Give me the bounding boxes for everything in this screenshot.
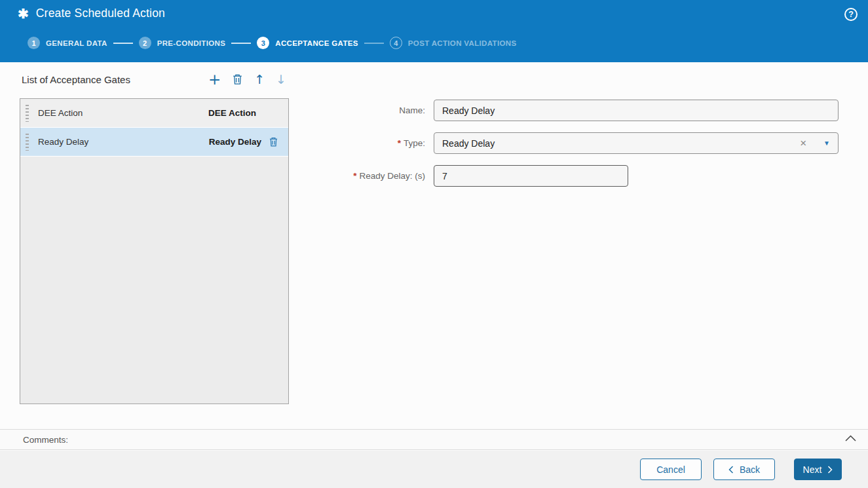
dialog-header: ✱ Create Scheduled Action ? 1 GENERAL DA… [0, 0, 868, 62]
step-label: GENERAL DATA [46, 39, 107, 47]
field-label: Name: [399, 105, 425, 115]
step-number: 3 [257, 37, 269, 49]
title-row: ✱ Create Scheduled Action [18, 7, 165, 20]
chevron-up-icon [845, 435, 856, 441]
dropdown-value: Ready Delay [442, 138, 800, 149]
wizard-stepper: 1 GENERAL DATA 2 PRE-CONDITIONS 3 ACCEPT… [28, 37, 516, 49]
ready-delay-input[interactable] [434, 165, 628, 187]
drag-handle-icon[interactable] [26, 105, 29, 122]
list-item-ready-delay[interactable]: Ready Delay Ready Delay [20, 128, 288, 157]
gate-type: Ready Delay [209, 137, 261, 147]
comments-bar: Comments: [0, 429, 868, 450]
chevron-right-icon [827, 466, 833, 474]
step-label: PRE-CONDITIONS [157, 39, 226, 47]
collapse-comments-button[interactable] [845, 435, 856, 441]
step-number: 1 [28, 37, 40, 49]
list-title: List of Acceptance Gates [22, 74, 130, 85]
required-asterisk: * [398, 138, 401, 148]
move-down-button[interactable]: ↓ [276, 72, 286, 86]
step-label: ACCEPTANCE GATES [275, 39, 358, 47]
clear-icon[interactable]: × [800, 138, 806, 149]
dialog-footer: Cancel Back Next [0, 451, 868, 488]
step-post-action-validations[interactable]: 4 POST ACTION VALIDATIONS [390, 37, 517, 49]
step-connector [231, 43, 251, 44]
page-title: Create Scheduled Action [36, 7, 165, 20]
field-label: Type: [404, 138, 425, 148]
step-label: POST ACTION VALIDATIONS [408, 39, 517, 47]
acceptance-gates-list: DEE Action DEE Action Ready Delay Ready … [20, 98, 289, 404]
button-label: Next [803, 464, 822, 475]
step-connector [364, 43, 384, 44]
list-toolbar: + ↑ ↓ [208, 72, 286, 86]
step-number: 4 [390, 37, 402, 49]
ready-delay-field-row: *Ready Delay: (s) [301, 165, 628, 187]
chevron-left-icon [728, 466, 734, 474]
step-pre-conditions[interactable]: 2 PRE-CONDITIONS [139, 37, 226, 49]
type-label: *Type: [301, 138, 434, 148]
required-asterisk: * [353, 171, 356, 181]
trash-icon [232, 73, 243, 85]
button-label: Back [740, 464, 760, 475]
type-dropdown[interactable]: Ready Delay × ▼ [434, 132, 839, 154]
name-label: Name: [301, 105, 434, 115]
delete-gate-button[interactable] [232, 73, 243, 85]
asterisk-icon: ✱ [18, 7, 29, 20]
ready-delay-label: *Ready Delay: (s) [301, 171, 434, 181]
list-header: List of Acceptance Gates + ↑ ↓ [22, 72, 289, 86]
step-connector [113, 43, 133, 44]
move-up-button[interactable]: ↑ [254, 72, 265, 86]
back-button[interactable]: Back [713, 459, 775, 480]
button-label: Cancel [656, 464, 685, 475]
delete-row-button[interactable] [269, 136, 278, 147]
trash-icon [269, 136, 278, 147]
step-number: 2 [139, 37, 151, 49]
drag-handle-icon[interactable] [26, 134, 29, 151]
add-gate-button[interactable]: + [208, 73, 221, 86]
comments-label: Comments: [23, 435, 68, 445]
name-input[interactable] [434, 100, 839, 121]
field-label: Ready Delay: (s) [359, 171, 425, 181]
type-field-row: *Type: Ready Delay × ▼ [301, 132, 839, 154]
step-general-data[interactable]: 1 GENERAL DATA [28, 37, 107, 49]
list-item-dee-action[interactable]: DEE Action DEE Action [20, 99, 288, 128]
next-button[interactable]: Next [794, 459, 842, 480]
gate-name: Ready Delay [38, 137, 209, 147]
gate-type: DEE Action [208, 108, 256, 118]
step-acceptance-gates[interactable]: 3 ACCEPTANCE GATES [257, 37, 358, 49]
chevron-down-icon[interactable]: ▼ [823, 140, 830, 147]
help-icon[interactable]: ? [844, 8, 858, 21]
cancel-button[interactable]: Cancel [640, 459, 702, 480]
create-scheduled-action-dialog: ✱ Create Scheduled Action ? 1 GENERAL DA… [0, 0, 868, 488]
name-field-row: Name: [301, 100, 839, 121]
gate-name: DEE Action [38, 108, 208, 118]
